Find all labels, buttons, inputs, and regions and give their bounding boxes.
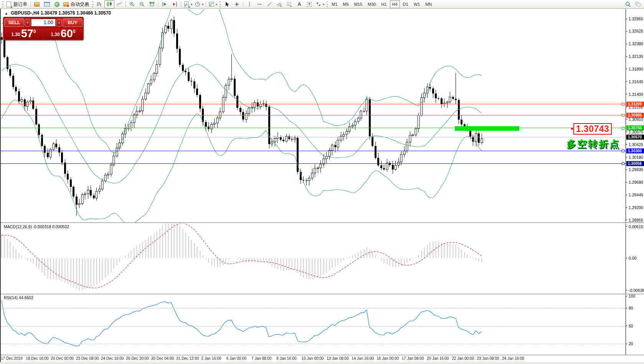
crosshair-button[interactable] [232,0,242,8]
timeframe-w1-button[interactable]: W1 [411,0,423,8]
price-level-line[interactable] [1,128,626,128]
time-axis-label[interactable]: 14 Jan 16:00 [352,356,374,361]
gold-box-icon [34,1,40,7]
chat-button[interactable] [633,0,643,8]
timeframe-m5-button[interactable]: M5 [340,0,351,8]
buy-price-button[interactable]: 1.30600 [44,28,83,39]
text-button[interactable]: A [294,0,304,8]
chart-shift-button[interactable] [170,0,180,8]
indicators-button[interactable]: +▾ [182,0,193,8]
time-axis-label[interactable]: 30 Dec 04:00 [151,356,174,361]
navigator-button[interactable] [52,0,62,8]
time-axis-label[interactable]: 17 Jan 08:00 [402,356,424,361]
time-axis-label[interactable]: 24 Jan 16:00 [502,356,524,361]
channel-button[interactable]: E [274,0,284,8]
timeframe-m15-button[interactable]: M15 [352,0,365,8]
timeframe-m1-button[interactable]: M1 [329,0,340,8]
volume-increase-button[interactable]: ▲ [56,19,62,26]
text-label-button[interactable]: T [304,0,314,8]
chart-symbol-period: GBPUSD-,H4 [11,10,39,16]
turning-point-note[interactable]: 多空转折点 [566,138,628,149]
price-level-line[interactable] [1,151,626,151]
price-level-line[interactable] [1,104,626,104]
dropdown-caret-icon[interactable]: ▾ [191,3,192,6]
volume-input[interactable]: 1.00 [31,19,56,26]
time-axis-label[interactable]: 22 Jan 00:00 [452,356,474,361]
zoom-out-button[interactable] [137,0,147,8]
green-highlight-bar[interactable] [455,126,519,131]
dropdown-caret-icon[interactable]: ▾ [323,3,324,6]
fibonacci-button[interactable]: F [284,0,294,8]
text-a-icon: A [296,1,302,7]
text-label-icon: T [306,1,312,7]
chart-title: ▲ GBPUSD-,H4 1.30479 1.30576 1.30466 1.3… [5,10,111,16]
arrows-button[interactable]: ▾ [314,0,325,8]
time-axis-label[interactable]: 2 Jan 16:00 [201,356,221,361]
window-left-border [0,9,1,362]
macd-panel-separator[interactable] [1,222,644,223]
line-handle[interactable] [622,114,624,117]
collapse-indicator-icon[interactable]: ▲ [5,12,8,15]
sell-button[interactable]: SELL [4,18,24,27]
time-axis-label[interactable]: 24 Dec 16:00 [101,356,124,361]
templates-button[interactable]: ▾ [207,0,218,8]
time-axis-label[interactable]: 16 Jan 00:00 [377,356,399,361]
periods-button[interactable]: ▾ [193,0,205,8]
buy-button[interactable]: BUY [63,18,83,27]
dropdown-caret-icon[interactable]: ▾ [216,3,217,6]
time-axis-label[interactable]: 10 Jan 00:00 [302,356,324,361]
line-handle[interactable] [622,127,624,130]
charts-profile-button[interactable] [32,0,42,8]
toolbar-grip[interactable] [220,1,221,7]
bar-chart-button[interactable] [94,0,104,8]
time-axis-label[interactable]: 18 Dec 16:00 [26,356,49,361]
annotation-anchor-square[interactable] [571,128,573,130]
timeframe-d1-button[interactable]: D1 [401,0,411,8]
time-axis-label[interactable]: 13 Jan 08:00 [327,356,349,361]
toolbar-grip[interactable] [2,1,3,7]
market-watch-button[interactable] [42,0,52,8]
time-axis-label[interactable]: 20 Dec 00:00 [51,356,74,361]
time-axis-label[interactable]: 8 Jan 16:00 [276,356,296,361]
timeframe-h4-button[interactable]: H4 [390,0,400,8]
time-axis-label[interactable]: 6 Jan 00:00 [226,356,246,361]
price-scale-axis-line[interactable] [626,9,626,355]
time-axis-label[interactable]: 31 Dec 12:00 [176,356,199,361]
price-tick-label: 1.32625 [629,29,643,33]
line-handle[interactable] [622,162,624,165]
vertical-line-button[interactable] [244,0,254,8]
zoom-in-button[interactable] [127,0,137,8]
time-axis-label[interactable]: 23 Dec 08:00 [76,356,99,361]
autotrade-button[interactable]: 自动交易 [62,0,91,8]
time-axis-label[interactable]: 20 Jan 16:00 [427,356,449,361]
volume-decrease-button[interactable]: ▼ [25,19,30,26]
sell-price-button[interactable]: 1.30570 [4,28,43,39]
horizontal-line-button[interactable] [254,0,264,8]
candlestick-button[interactable] [104,0,114,8]
line-handle[interactable] [622,103,624,105]
time-axis-label[interactable]: 23 Jan 08:00 [477,356,499,361]
toolbar-grip[interactable] [92,1,93,7]
timeframe-h1-button[interactable]: H1 [379,0,389,8]
time-axis-label[interactable]: 26 Dec 20:00 [126,356,149,361]
dropdown-caret-icon[interactable]: ▾ [202,3,203,6]
auto-scroll-button[interactable] [160,0,170,8]
price-annotation-box[interactable]: 1.30743 [573,123,612,135]
timeframe-mn-button[interactable]: MN [423,0,434,8]
toolbar-grip[interactable] [327,1,328,7]
cursor-button[interactable] [222,0,232,8]
timeframe-m30-button[interactable]: M30 [365,0,378,8]
macd-tick-label: -0.00638 [629,288,644,293]
search-button[interactable] [623,0,633,8]
price-level-line[interactable] [1,115,626,115]
line-handle[interactable] [622,150,624,152]
new-order-button[interactable]: +新订单 [5,0,29,8]
rsi-panel-separator[interactable] [1,294,644,295]
trendline-button[interactable] [264,0,274,8]
line-chart-button[interactable] [114,0,124,8]
time-axis-label[interactable]: 17 Dec 2019 [1,356,23,361]
price-level-line[interactable] [1,163,626,164]
green-globe-icon [54,1,60,7]
time-axis-label[interactable]: 7 Jan 08:00 [251,356,271,361]
tile-windows-button[interactable] [147,0,157,8]
